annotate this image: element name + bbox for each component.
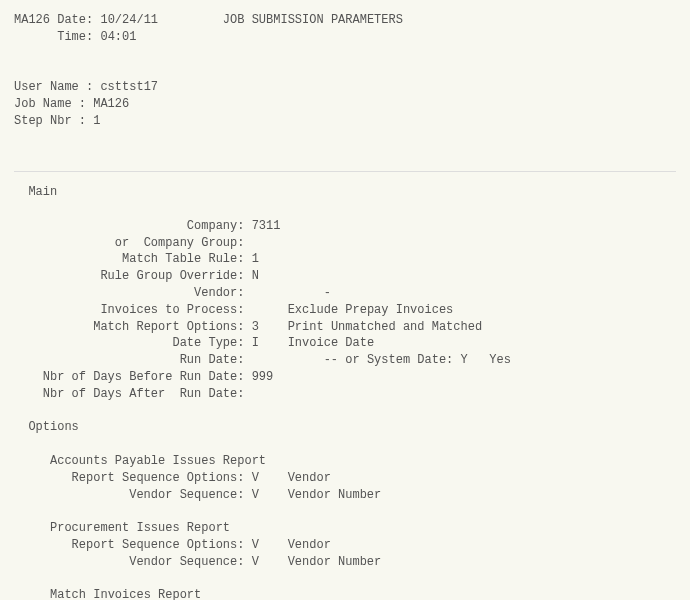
company-group-line: or Company Group: <box>14 235 676 252</box>
job-name-value: MA126 <box>93 97 129 111</box>
vendor-label: Vendor: <box>194 286 244 300</box>
ap-vendor-seq-line: Vendor Sequence: V Vendor Number <box>14 487 676 504</box>
user-name-label: User Name : <box>14 80 93 94</box>
match-report-options-line: Match Report Options: 3 Print Unmatched … <box>14 319 676 336</box>
rule-group-override-line: Rule Group Override: N <box>14 268 676 285</box>
report-seq-desc: Vendor <box>288 471 331 485</box>
match-table-rule-line: Match Table Rule: 1 <box>14 251 676 268</box>
blank <box>14 571 676 588</box>
proc-issues-report-label: Procurement Issues Report <box>14 520 676 537</box>
user-name-value: csttst17 <box>100 80 158 94</box>
proc-vendor-seq-line: Vendor Sequence: V Vendor Number <box>14 554 676 571</box>
date-label: Date: <box>57 13 93 27</box>
options-section-label: Options <box>14 419 676 436</box>
date-type-line: Date Type: I Invoice Date <box>14 335 676 352</box>
program-id: MA126 <box>14 13 50 27</box>
blank <box>14 130 676 147</box>
report-seq-value: V <box>252 538 259 552</box>
vendor-seq-value: V <box>252 488 259 502</box>
blank <box>14 403 676 420</box>
run-date-line: Run Date: -- or System Date: Y Yes <box>14 352 676 369</box>
blank <box>14 436 676 453</box>
page-title: JOB SUBMISSION PARAMETERS <box>223 13 403 27</box>
company-label: Company: <box>187 219 245 233</box>
blank <box>14 503 676 520</box>
date-value: 10/24/11 <box>100 13 158 27</box>
main-section-label: Main <box>14 184 676 201</box>
invoices-to-process-line: Invoices to Process: Exclude Prepay Invo… <box>14 302 676 319</box>
run-date-sep: -- or System Date: <box>324 353 454 367</box>
header-line-2: Time: 04:01 <box>14 29 676 46</box>
vendor-line: Vendor: - <box>14 285 676 302</box>
invoices-to-process-label: Invoices to Process: <box>100 303 244 317</box>
divider <box>14 171 676 172</box>
company-group-label: or Company Group: <box>115 236 245 250</box>
nbr-days-before-value: 999 <box>252 370 274 384</box>
blank <box>14 46 676 63</box>
rule-group-override-value: N <box>252 269 259 283</box>
company-value: 7311 <box>252 219 281 233</box>
user-name-line: User Name : csttst17 <box>14 79 676 96</box>
report-seq-label: Report Sequence Options: <box>72 471 245 485</box>
vendor-seq-desc: Vendor Number <box>288 555 382 569</box>
vendor-value: - <box>324 286 331 300</box>
match-report-options-value: 3 <box>252 320 259 334</box>
blank <box>14 146 676 163</box>
ap-issues-report-label: Accounts Payable Issues Report <box>14 453 676 470</box>
nbr-days-after-label: Nbr of Days After Run Date: <box>43 387 245 401</box>
system-date-desc: Yes <box>489 353 511 367</box>
report-seq-label: Report Sequence Options: <box>72 538 245 552</box>
match-invoices-report-label: Match Invoices Report <box>14 587 676 600</box>
step-nbr-line: Step Nbr : 1 <box>14 113 676 130</box>
nbr-days-after-line: Nbr of Days After Run Date: <box>14 386 676 403</box>
run-date-label: Run Date: <box>180 353 245 367</box>
rule-group-override-label: Rule Group Override: <box>100 269 244 283</box>
vendor-seq-label: Vendor Sequence: <box>129 488 244 502</box>
ap-report-seq-line: Report Sequence Options: V Vendor <box>14 470 676 487</box>
header-line-1: MA126 Date: 10/24/11 JOB SUBMISSION PARA… <box>14 12 676 29</box>
blank <box>14 201 676 218</box>
time-label: Time: <box>57 30 93 44</box>
vendor-seq-label: Vendor Sequence: <box>129 555 244 569</box>
match-report-options-label: Match Report Options: <box>93 320 244 334</box>
report-seq-value: V <box>252 471 259 485</box>
report-seq-desc: Vendor <box>288 538 331 552</box>
system-date-value: Y <box>461 353 468 367</box>
blank <box>14 62 676 79</box>
vendor-seq-desc: Vendor Number <box>288 488 382 502</box>
step-nbr-label: Step Nbr : <box>14 114 86 128</box>
date-type-value: I <box>252 336 259 350</box>
match-table-rule-label: Match Table Rule: <box>122 252 244 266</box>
invoices-to-process-desc: Exclude Prepay Invoices <box>288 303 454 317</box>
job-name-label: Job Name : <box>14 97 86 111</box>
nbr-days-before-label: Nbr of Days Before Run Date: <box>43 370 245 384</box>
vendor-seq-value: V <box>252 555 259 569</box>
time-value: 04:01 <box>100 30 136 44</box>
job-name-line: Job Name : MA126 <box>14 96 676 113</box>
nbr-days-before-line: Nbr of Days Before Run Date: 999 <box>14 369 676 386</box>
company-line: Company: 7311 <box>14 218 676 235</box>
date-type-desc: Invoice Date <box>288 336 374 350</box>
match-table-rule-value: 1 <box>252 252 259 266</box>
step-nbr-value: 1 <box>93 114 100 128</box>
match-report-options-desc: Print Unmatched and Matched <box>288 320 482 334</box>
date-type-label: Date Type: <box>172 336 244 350</box>
proc-report-seq-line: Report Sequence Options: V Vendor <box>14 537 676 554</box>
report-page: MA126 Date: 10/24/11 JOB SUBMISSION PARA… <box>0 0 690 600</box>
